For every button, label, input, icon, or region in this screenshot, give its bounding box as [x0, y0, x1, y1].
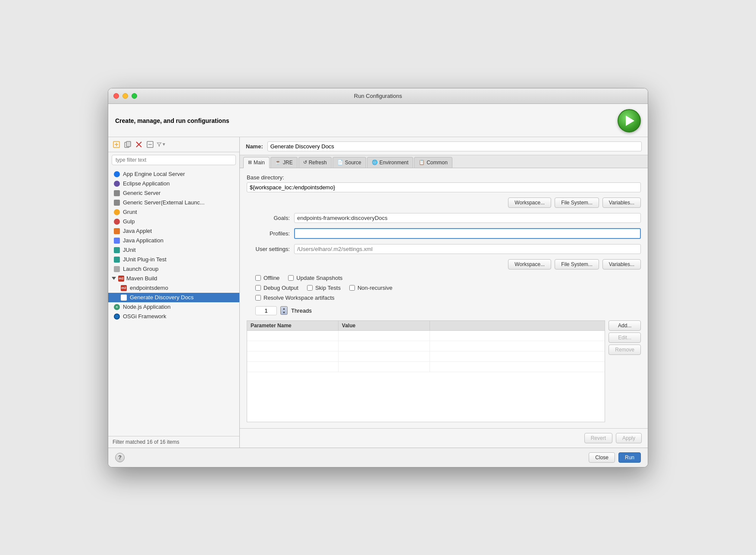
minimize-traffic-light[interactable] — [122, 93, 128, 99]
tree-list: App Engine Local Server Eclipse Applicat… — [108, 168, 239, 436]
offline-checkbox-input[interactable] — [255, 275, 261, 281]
name-input[interactable] — [267, 141, 642, 151]
tree-item-label: Java Application — [123, 237, 163, 244]
run-button-large[interactable] — [618, 109, 641, 132]
close-traffic-light[interactable] — [113, 93, 119, 99]
edit-button[interactable]: Edit... — [609, 332, 641, 343]
skip-tests-checkbox[interactable]: Skip Tests — [307, 285, 341, 291]
tree-item-nodejs[interactable]: n Node.js Application — [108, 302, 239, 312]
goals-input[interactable] — [294, 213, 641, 223]
add-button[interactable]: Add... — [609, 320, 641, 331]
tree-item-javaapplet[interactable]: Java Applet — [108, 226, 239, 236]
collapse-all-button[interactable] — [145, 140, 155, 149]
tree-item-generic[interactable]: Generic Server — [108, 188, 239, 198]
skip-tests-checkbox-input[interactable] — [307, 285, 313, 291]
threads-spinner[interactable]: ▲ ▼ — [280, 306, 288, 315]
tree-item-osgi[interactable]: OSGi Framework — [108, 312, 239, 321]
tree-item-gendiscovery[interactable]: m2 Generate Discovery Docs — [108, 293, 239, 302]
run-configurations-window: Run Configurations Create, manage, and r… — [108, 88, 648, 467]
table-row[interactable] — [247, 362, 605, 372]
base-dir-input[interactable] — [247, 182, 641, 192]
run-button[interactable]: Run — [618, 452, 641, 463]
tree-item-grunt[interactable]: Grunt — [108, 207, 239, 217]
tab-common[interactable]: 📋 Common — [414, 157, 452, 168]
maven-child-icon: m2 — [120, 294, 127, 301]
non-recursive-checkbox-input[interactable] — [349, 285, 355, 291]
environment-tab-icon: 🌐 — [372, 160, 378, 165]
resolve-workspace-label: Resolve Workspace artifacts — [264, 295, 335, 301]
help-button[interactable]: ? — [115, 453, 125, 462]
variables-button-2[interactable]: Variables... — [602, 259, 641, 270]
tree-item-genericext[interactable]: Generic Server(External Launc... — [108, 198, 239, 207]
grunt-icon — [113, 209, 120, 216]
filesystem-button-2[interactable]: File System... — [555, 259, 599, 270]
remove-button[interactable]: Remove — [609, 345, 641, 355]
delete-config-button[interactable] — [134, 140, 144, 149]
profiles-input[interactable] — [294, 228, 641, 239]
new-config-button[interactable] — [112, 140, 121, 149]
debug-output-checkbox[interactable]: Debug Output — [255, 285, 298, 291]
debug-output-checkbox-input[interactable] — [255, 285, 261, 291]
tree-item-endpointsdemo[interactable]: m2 endpointsdemo — [108, 283, 239, 293]
tree-item-gulp[interactable]: Gulp — [108, 217, 239, 226]
non-recursive-checkbox[interactable]: Non-recursive — [349, 285, 392, 291]
tab-jre[interactable]: ☕ JRE — [270, 157, 298, 168]
tree-item-label: Generic Server — [123, 190, 160, 196]
workspace-button-2[interactable]: Workspace... — [508, 259, 551, 270]
user-settings-label: User settings: — [247, 246, 290, 252]
tree-item-junit[interactable]: JUnit — [108, 245, 239, 255]
table-row[interactable] — [247, 351, 605, 362]
tree-item-eclipse[interactable]: Eclipse Application — [108, 179, 239, 188]
checkboxes-section: Offline Update Snapshots Debug Output — [247, 275, 641, 301]
revert-button[interactable]: Revert — [584, 433, 612, 443]
workspace-button-1[interactable]: Workspace... — [508, 198, 551, 208]
copy-config-button[interactable] — [123, 140, 132, 149]
spinner-down-icon[interactable]: ▼ — [281, 310, 287, 314]
maximize-traffic-light[interactable] — [132, 93, 137, 99]
checkbox-row-3: Resolve Workspace artifacts — [255, 295, 641, 301]
param-value-cell — [339, 341, 430, 351]
config-action-buttons: Revert Apply — [240, 428, 648, 448]
tree-group-maven[interactable]: m2 Maven Build — [108, 274, 239, 283]
tab-main[interactable]: ⊞ Main — [243, 157, 270, 168]
close-button[interactable]: Close — [589, 452, 615, 463]
user-settings-buttons: Workspace... File System... Variables... — [247, 259, 641, 270]
filter-button[interactable]: ▼ — [157, 140, 166, 149]
variables-button-1[interactable]: Variables... — [602, 198, 641, 208]
table-row[interactable] — [247, 341, 605, 351]
param-extra-cell — [430, 331, 605, 341]
right-panel: Name: ⊞ Main ☕ JRE ↺ Refresh 📄 — [240, 137, 648, 448]
threads-input[interactable] — [255, 306, 277, 315]
user-settings-input[interactable] — [294, 244, 641, 254]
eclipse-icon — [113, 180, 120, 187]
tree-item-launchgroup[interactable]: Launch Group — [108, 264, 239, 274]
param-name-cell — [247, 362, 339, 372]
tab-refresh[interactable]: ↺ Refresh — [298, 157, 332, 168]
update-snapshots-checkbox-input[interactable] — [288, 275, 294, 281]
resolve-workspace-checkbox-input[interactable] — [255, 295, 261, 301]
offline-checkbox[interactable]: Offline — [255, 275, 279, 281]
checkbox-row-2: Debug Output Skip Tests Non-recursive — [255, 285, 641, 291]
spinner-up-icon[interactable]: ▲ — [281, 307, 287, 310]
tree-item-javaapp[interactable]: Java Application — [108, 236, 239, 245]
apply-button[interactable]: Apply — [616, 433, 642, 443]
tab-environment[interactable]: 🌐 Environment — [367, 157, 413, 168]
tree-item-label: App Engine Local Server — [123, 171, 185, 177]
resolve-workspace-checkbox[interactable]: Resolve Workspace artifacts — [255, 295, 335, 301]
tree-item-junitplugin[interactable]: JUnit Plug-in Test — [108, 255, 239, 264]
maven-child-icon: m2 — [120, 285, 127, 292]
tree-group-label: Maven Build — [126, 275, 157, 282]
tree-item-appengine[interactable]: App Engine Local Server — [108, 169, 239, 179]
filter-input[interactable] — [112, 155, 236, 165]
update-snapshots-label: Update Snapshots — [296, 275, 342, 281]
name-row: Name: — [240, 137, 648, 155]
play-icon — [626, 116, 634, 126]
table-row[interactable] — [247, 331, 605, 341]
jre-tab-icon: ☕ — [275, 160, 281, 165]
generic-icon — [113, 190, 120, 197]
header-area: Create, manage, and run configurations — [108, 104, 648, 137]
filesystem-button-1[interactable]: File System... — [555, 198, 599, 208]
tree-item-label: JUnit — [123, 247, 136, 253]
tab-source[interactable]: 📄 Source — [333, 157, 366, 168]
update-snapshots-checkbox[interactable]: Update Snapshots — [288, 275, 342, 281]
